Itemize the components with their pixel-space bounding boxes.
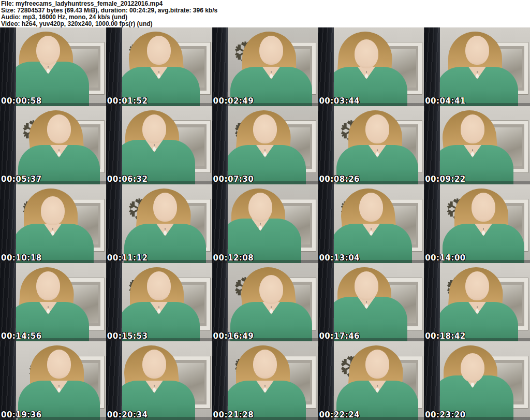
face-shape — [253, 350, 277, 379]
curtain-shape — [212, 263, 228, 342]
necklace-pendant — [164, 231, 167, 235]
person-placeholder — [324, 341, 424, 420]
person-placeholder — [6, 106, 106, 185]
person-placeholder — [6, 341, 106, 420]
person-placeholder — [212, 106, 318, 185]
necklace-pendant — [57, 388, 61, 392]
thumbnail-cell: ❆ 00:16:49 — [212, 263, 318, 342]
curtain-shape — [0, 106, 16, 185]
thumbnail-cell: ❆ 00:18:42 — [424, 263, 530, 342]
timestamp-label: 00:19:36 — [1, 411, 42, 419]
face-shape — [465, 271, 489, 300]
thumbnail-cell: ❆ 00:01:52 — [106, 27, 212, 106]
necklace-pendant — [471, 383, 474, 387]
necklace-pendant — [157, 309, 160, 313]
thumbnail-cell: ❆ 00:06:32 — [106, 106, 212, 185]
curtain-shape — [424, 263, 440, 342]
curtain-shape — [212, 184, 228, 263]
thumbnail-cell: ❆ 00:20:34 — [106, 341, 212, 420]
person-placeholder — [324, 106, 424, 185]
curtain-shape — [0, 263, 16, 342]
person-placeholder — [318, 184, 424, 263]
thumbnail-cell: ❆ 00:23:20 — [424, 341, 530, 420]
timestamp-label: 00:22:24 — [319, 411, 360, 419]
timestamp-label: 00:16:49 — [213, 332, 254, 341]
timestamp-label: 00:23:20 — [425, 411, 466, 419]
thumbnail-cell: ❆ 00:11:12 — [106, 184, 212, 263]
thumbnail-cell: ❆ 00:12:08 — [212, 184, 318, 263]
curtain-shape — [106, 184, 122, 263]
face-shape — [461, 114, 484, 143]
timestamp-label: 00:08:26 — [319, 175, 360, 184]
thumbnail-cell: ❆ 00:14:56 — [0, 263, 106, 342]
necklace-pendant — [476, 309, 479, 313]
necklace-pendant — [263, 388, 267, 392]
face-shape — [153, 193, 177, 222]
necklace-pendant — [370, 231, 373, 235]
thumbnail-cell: ❆ 00:21:28 — [212, 341, 318, 420]
curtain-shape — [212, 27, 228, 106]
curtain-shape — [0, 184, 16, 263]
necklace-pendant — [153, 388, 156, 392]
person-placeholder — [106, 27, 212, 106]
necklace-pendant — [376, 388, 379, 392]
timestamp-label: 00:18:42 — [425, 332, 466, 341]
necklace-pendant — [259, 226, 262, 230]
necklace-pendant — [47, 69, 50, 73]
curtain-shape — [106, 27, 122, 106]
necklace-pendant — [157, 74, 160, 78]
thumbnail-cell: ❆ 00:04:41 — [424, 27, 530, 106]
timestamp-label: 00:00:58 — [1, 97, 42, 106]
timestamp-label: 00:03:44 — [319, 97, 360, 106]
face-shape — [248, 193, 272, 222]
person-placeholder — [0, 184, 106, 263]
face-shape — [36, 36, 60, 65]
thumbnail-grid: ❆ 00:00:58 ❆ 00:01:52 ❆ — [0, 27, 530, 420]
thumbnail-cell: ❆ 00:19:36 — [0, 341, 106, 420]
thumbnail-cell: ❆ 00:09:22 — [424, 106, 530, 185]
timestamp-label: 00:02:49 — [213, 97, 254, 106]
curtain-shape — [0, 27, 16, 106]
thumbnail-cell: ❆ 00:13:04 — [318, 184, 424, 263]
timestamp-label: 00:17:46 — [319, 332, 360, 341]
timestamp-label: 00:12:08 — [213, 254, 254, 263]
necklace-pendant — [51, 231, 54, 235]
necklace-pendant — [57, 152, 61, 156]
media-info-header: File: myfreecams_ladyhuntress_female_201… — [0, 0, 530, 27]
face-shape — [147, 36, 171, 65]
face-shape — [355, 39, 378, 68]
timestamp-label: 00:10:18 — [1, 254, 42, 263]
curtain-shape — [318, 184, 334, 263]
curtain-shape — [424, 106, 440, 185]
timestamp-label: 00:09:22 — [425, 175, 466, 184]
curtain-shape — [106, 263, 122, 342]
necklace-pendant — [471, 152, 474, 156]
person-placeholder — [212, 341, 318, 420]
curtain-shape — [318, 106, 334, 185]
necklace-pendant — [482, 231, 485, 235]
curtain-shape — [318, 263, 334, 342]
face-shape — [359, 193, 383, 222]
necklace-pendant — [263, 152, 267, 156]
person-placeholder — [430, 184, 530, 263]
thumbnail-cell: ❆ 00:05:37 — [0, 106, 106, 185]
timestamp-label: 00:21:28 — [213, 411, 254, 419]
face-shape — [142, 350, 166, 379]
curtain-shape — [0, 341, 16, 420]
timestamp-label: 00:15:53 — [107, 332, 148, 341]
face-shape — [355, 271, 378, 300]
timestamp-label: 00:05:37 — [1, 175, 42, 184]
person-placeholder — [424, 27, 530, 106]
face-shape — [259, 36, 283, 65]
face-shape — [47, 350, 71, 379]
face-shape — [142, 114, 166, 143]
thumbnail-cell: ❆ 00:22:24 — [318, 341, 424, 420]
curtain-shape — [106, 106, 122, 185]
timestamp-label: 00:07:30 — [213, 175, 254, 184]
person-placeholder — [424, 263, 530, 342]
necklace-pendant — [47, 309, 50, 313]
necklace-pendant — [270, 309, 273, 313]
curtain-shape — [318, 27, 334, 106]
curtain-shape — [106, 341, 122, 420]
timestamp-label: 00:04:41 — [425, 97, 466, 106]
